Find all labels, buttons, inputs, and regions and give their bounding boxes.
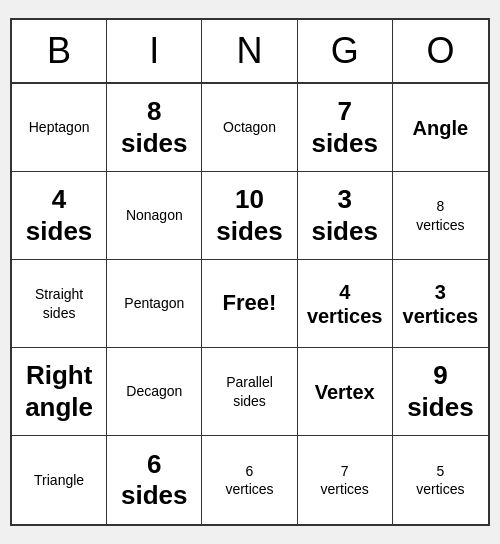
cell-label: 7 sides <box>311 96 378 158</box>
header-letter: B <box>12 20 107 82</box>
cell-label: 10 sides <box>216 184 283 246</box>
cell-label: Right angle <box>25 360 93 422</box>
cell-label: Decagon <box>126 382 182 400</box>
bingo-cell: 7 sides <box>298 84 393 172</box>
cell-label: 3 vertices <box>403 280 479 328</box>
bingo-cell: Triangle <box>12 436 107 524</box>
cell-label: Octagon <box>223 118 276 136</box>
header-letter: N <box>202 20 297 82</box>
cell-label: Parallel sides <box>226 373 273 409</box>
header-letter: G <box>298 20 393 82</box>
cell-label: Nonagon <box>126 206 183 224</box>
bingo-grid: Heptagon8 sidesOctagon7 sidesAngle4 side… <box>12 84 488 524</box>
bingo-cell: 8 sides <box>107 84 202 172</box>
bingo-cell: 3 sides <box>298 172 393 260</box>
bingo-cell: 7 vertices <box>298 436 393 524</box>
cell-label: 6 sides <box>121 449 188 511</box>
cell-label: 6 vertices <box>225 462 273 498</box>
cell-label: 8 vertices <box>416 197 464 233</box>
bingo-cell: 5 vertices <box>393 436 488 524</box>
bingo-cell: Right angle <box>12 348 107 436</box>
bingo-cell: Straight sides <box>12 260 107 348</box>
header-letter: I <box>107 20 202 82</box>
bingo-cell: 8 vertices <box>393 172 488 260</box>
cell-label: Heptagon <box>29 118 90 136</box>
bingo-cell: Heptagon <box>12 84 107 172</box>
cell-label: 7 vertices <box>321 462 369 498</box>
header-letter: O <box>393 20 488 82</box>
cell-label: Free! <box>223 289 277 318</box>
bingo-cell: Pentagon <box>107 260 202 348</box>
bingo-cell: Parallel sides <box>202 348 297 436</box>
bingo-cell: 10 sides <box>202 172 297 260</box>
cell-label: Triangle <box>34 471 84 489</box>
bingo-cell: Vertex <box>298 348 393 436</box>
bingo-cell: Nonagon <box>107 172 202 260</box>
cell-label: 4 vertices <box>307 280 383 328</box>
bingo-cell: Angle <box>393 84 488 172</box>
bingo-cell: Octagon <box>202 84 297 172</box>
bingo-cell: 4 vertices <box>298 260 393 348</box>
cell-label: 3 sides <box>311 184 378 246</box>
cell-label: Angle <box>413 116 469 140</box>
bingo-cell: 4 sides <box>12 172 107 260</box>
cell-label: Pentagon <box>124 294 184 312</box>
cell-label: Straight sides <box>35 285 83 321</box>
bingo-cell: Free! <box>202 260 297 348</box>
cell-label: 8 sides <box>121 96 188 158</box>
bingo-cell: 6 sides <box>107 436 202 524</box>
cell-label: 4 sides <box>26 184 93 246</box>
bingo-cell: 6 vertices <box>202 436 297 524</box>
bingo-card: BINGO Heptagon8 sidesOctagon7 sidesAngle… <box>10 18 490 526</box>
cell-label: 5 vertices <box>416 462 464 498</box>
cell-label: 9 sides <box>407 360 474 422</box>
bingo-cell: 3 vertices <box>393 260 488 348</box>
bingo-header: BINGO <box>12 20 488 84</box>
bingo-cell: 9 sides <box>393 348 488 436</box>
bingo-cell: Decagon <box>107 348 202 436</box>
cell-label: Vertex <box>315 380 375 404</box>
